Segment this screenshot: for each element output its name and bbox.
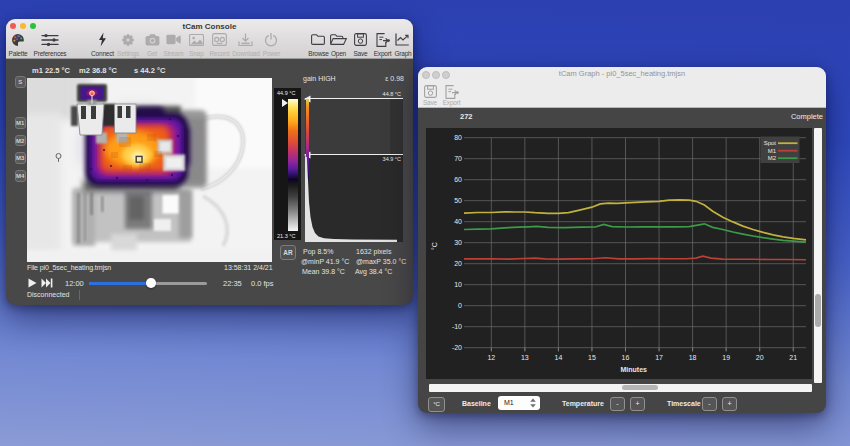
- svg-text:20: 20: [756, 353, 764, 360]
- svg-text:21: 21: [789, 353, 797, 360]
- svg-text:50: 50: [454, 197, 462, 204]
- svg-text:30: 30: [454, 239, 462, 246]
- svg-text:12: 12: [487, 353, 495, 360]
- svg-text:-10: -10: [452, 323, 462, 330]
- svg-text:Minutes: Minutes: [620, 365, 647, 372]
- svg-text:40: 40: [454, 218, 462, 225]
- svg-text:Spot: Spot: [764, 140, 777, 146]
- svg-text:19: 19: [722, 353, 730, 360]
- svg-text:17: 17: [655, 353, 663, 360]
- svg-text:M1: M1: [768, 147, 777, 153]
- svg-text:14: 14: [555, 353, 563, 360]
- svg-text:80: 80: [454, 134, 462, 141]
- svg-text:°C: °C: [431, 242, 438, 250]
- svg-text:0: 0: [458, 302, 462, 309]
- svg-text:16: 16: [622, 353, 630, 360]
- svg-text:18: 18: [689, 353, 697, 360]
- svg-text:M2: M2: [768, 155, 777, 161]
- svg-text:70: 70: [454, 155, 462, 162]
- svg-text:20: 20: [454, 260, 462, 267]
- svg-text:13: 13: [521, 353, 529, 360]
- svg-text:10: 10: [454, 281, 462, 288]
- svg-text:15: 15: [588, 353, 596, 360]
- svg-text:-20: -20: [452, 344, 462, 351]
- svg-text:60: 60: [454, 176, 462, 183]
